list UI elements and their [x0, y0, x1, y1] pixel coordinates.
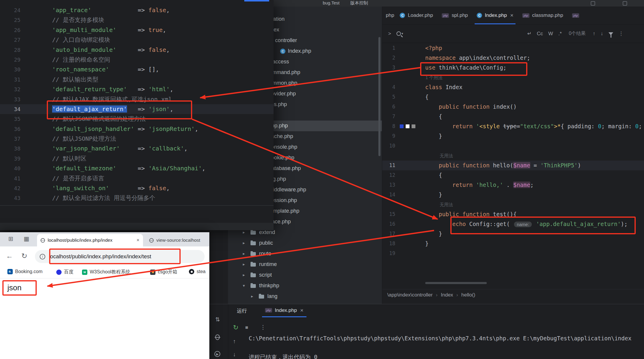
chevron-right-icon[interactable]: ▸ [243, 273, 245, 277]
editor-hscrollbar[interactable] [425, 282, 487, 284]
folder-icon [250, 252, 256, 256]
chevron-right-icon[interactable]: ▸ [243, 241, 245, 245]
words-toggle[interactable]: W [548, 31, 553, 37]
refresh-icon[interactable]: ↻ [21, 252, 27, 259]
editor-tab-classmap.php[interactable]: phpclassmap.php [518, 7, 568, 24]
notifications-icon[interactable] [591, 1, 595, 6]
bookmark-baidu[interactable]: 百度 [56, 269, 73, 275]
breadcrumb-item[interactable]: \app\index\controller [387, 292, 433, 298]
bookmark-steam[interactable]: stea [189, 269, 205, 274]
code-editor[interactable]: 1<?php2namespace app\index\controller;3u… [382, 43, 644, 282]
gutter: 27 [0, 35, 52, 45]
chevron-down-icon[interactable]: ▾ [243, 283, 245, 288]
run-services-icon[interactable]: ▶ [214, 351, 220, 357]
usages-hint[interactable]: 无用法 [382, 200, 644, 209]
code-token: , [195, 125, 198, 132]
tree-item-thinkphp[interactable]: ▾thinkphp [228, 281, 382, 291]
close-icon[interactable]: × [510, 12, 513, 19]
editor-tab-php[interactable]: php [568, 7, 584, 24]
vertical-tabs-icon[interactable]: ▦ [24, 236, 29, 242]
bookmark-w3[interactable]: WW3School教程系统 [82, 269, 130, 275]
tree-item-route[interactable]: ▸route [228, 249, 382, 259]
search-expand-icon[interactable]: > [388, 31, 391, 37]
tree-item-runtime[interactable]: ▸runtime [228, 259, 382, 270]
code-line: 2namespace app\index\controller; [382, 53, 644, 63]
usages-hint[interactable]: 1 个用法 [382, 73, 644, 82]
breadcrumb-item[interactable]: Index [441, 292, 453, 298]
gutter: 19 [382, 249, 425, 258]
gutter: 25 [0, 15, 52, 25]
breadcrumb[interactable]: \app\index\controller›Index›hello() [382, 289, 644, 300]
rerun-icon[interactable]: ↻ [233, 324, 238, 331]
code-token: "text/css" [520, 123, 554, 129]
close-icon[interactable]: × [136, 237, 139, 243]
bookmark-booking[interactable]: B.Booking.com [7, 269, 43, 274]
chevron-right-icon[interactable]: ▸ [243, 251, 245, 256]
run-panel-title[interactable]: 运行 [237, 307, 247, 314]
bookmark-csgo[interactable]: csgo开箱 [150, 269, 177, 275]
site-info-icon[interactable]: i [40, 254, 45, 259]
tab-grid-icon[interactable]: ⊞ [8, 236, 13, 242]
line-number: 33 [14, 94, 20, 104]
prev-match-icon[interactable]: ↑ [593, 31, 595, 37]
run-file-tab[interactable]: php Index.php × [262, 304, 306, 317]
editor-tab-spl.php[interactable]: phpspl.php [437, 7, 472, 24]
code-token: class [425, 84, 446, 90]
search-bar[interactable]: > ▾ ↵ Cc W .* 0个结果 ↑ ↓ ⋮ [382, 25, 644, 43]
tree-item-lang[interactable]: ▸lang [228, 291, 382, 302]
stop-icon[interactable]: ■ [245, 325, 248, 330]
gutter: 41 [0, 174, 52, 183]
code-text: // 是否开启多语言 [52, 174, 274, 183]
more-options-icon[interactable]: ⋮ [619, 31, 624, 37]
tree-scrollbar[interactable] [378, 37, 380, 156]
color-chip[interactable] [399, 124, 404, 129]
match-case-toggle[interactable]: Cc [537, 31, 543, 37]
chevron-right-icon[interactable]: ▸ [243, 230, 245, 235]
color-chip[interactable] [411, 124, 416, 129]
close-icon[interactable]: × [300, 307, 303, 314]
editor-tab-Index.php[interactable]: CIndex.php× [472, 7, 518, 24]
tree-item-public[interactable]: ▸public [228, 238, 382, 249]
code-token: // 注册的根命名空间 [52, 56, 110, 63]
code-text: // 是否支持多模块 [52, 15, 274, 25]
browser-tab[interactable]: localhost/public/index.php/index× [37, 234, 143, 246]
settings-icon[interactable] [623, 1, 627, 6]
code-text: 'lang_switch_on' => false, [52, 183, 274, 193]
browser-window[interactable]: ⊞ ▦ localhost/public/index.php/index×vie… [0, 232, 209, 359]
vcs-widget[interactable]: 版本控制 [350, 0, 368, 6]
filter-icon[interactable] [608, 32, 613, 35]
color-chip[interactable] [405, 124, 410, 129]
class-file-icon: C [280, 49, 285, 54]
browser-content: json [0, 278, 209, 359]
newline-icon[interactable]: ↵ [527, 31, 531, 37]
breadcrumb-item[interactable]: hello() [461, 292, 475, 298]
next-match-icon[interactable]: ↓ [601, 31, 603, 37]
code-text: public function test(){ [425, 209, 644, 219]
chevron-right-icon[interactable]: ▸ [251, 294, 253, 299]
code-token: // 入口自动绑定模块 [52, 36, 110, 43]
search-icon[interactable]: ▾ [396, 31, 403, 36]
swap-arrows-icon[interactable]: ⇅ [215, 317, 220, 322]
browser-tab[interactable]: view-source:localhost [146, 234, 209, 246]
address-bar[interactable]: i localhost/public/index.php/index/index… [35, 250, 205, 263]
up-stack-icon[interactable]: ↑ [233, 339, 236, 344]
tree-item-label: lang [267, 293, 277, 299]
url-text[interactable]: localhost/public/index.php/index/index/t… [49, 253, 151, 260]
editor-tab-Loader.php[interactable]: CLoader.php [395, 7, 437, 24]
code-token: ) [578, 162, 581, 169]
code-token: , [170, 105, 173, 113]
more-icon[interactable]: ⋮ [260, 324, 266, 330]
debug-icon[interactable] [215, 334, 220, 340]
config-code-editor[interactable]: 24'app_trace' => false,25// 是否支持多模块26'ap… [0, 5, 274, 203]
editor-tab-partial[interactable]: php [382, 7, 395, 24]
back-icon[interactable]: ← [6, 252, 13, 259]
search-results-count: 0个结果 [569, 31, 586, 37]
gutter: 30 [0, 65, 52, 74]
usages-hint[interactable]: 无用法 [382, 151, 644, 161]
chevron-right-icon[interactable]: ▸ [243, 262, 245, 267]
down-stack-icon[interactable]: ↓ [233, 352, 236, 357]
floating-config-editor-window[interactable]: 24'app_trace' => false,25// 是否支持多模块26'ap… [0, 0, 274, 230]
regex-toggle[interactable]: .* [558, 31, 562, 37]
tree-item-script[interactable]: ▸script [228, 270, 382, 281]
code-text: return 'hello,' . $name; [425, 180, 644, 190]
